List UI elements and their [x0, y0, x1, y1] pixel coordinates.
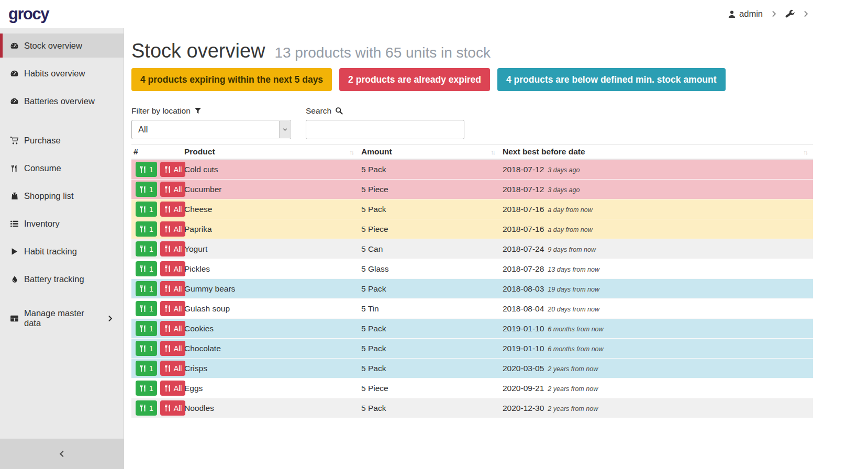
consume-one-button[interactable]: 1	[136, 321, 157, 336]
row-actions: 1All	[131, 281, 182, 296]
stock-table-body: 1AllCold cuts5 Pack2018-07-123 days ago1…	[131, 160, 813, 418]
utensils-icon	[164, 165, 172, 173]
consume-one-button[interactable]: 1	[136, 400, 157, 416]
stock-row-yogurt: 1AllYogurt5 Can2018-07-249 days from now	[131, 239, 813, 259]
row-actions: 1All	[131, 241, 182, 256]
product-name: Crisps	[182, 364, 359, 373]
date-value: 2018-08-04	[503, 304, 544, 314]
grocy-logo[interactable]: grocy	[8, 5, 49, 24]
stock-row-noodles: 1AllNoodles5 Pack2020-12-302 years from …	[131, 398, 813, 418]
utensils-icon	[164, 305, 172, 312]
row-actions: 1All	[131, 321, 182, 336]
consume-one-button[interactable]: 1	[136, 381, 157, 396]
sidebar-item-consume[interactable]: Consume	[0, 156, 124, 180]
row-actions: 1All	[131, 221, 182, 237]
sidebar-item-stock-overview[interactable]: Stock overview	[0, 34, 124, 58]
product-name: Paprika	[182, 225, 359, 234]
chevron-right-icon	[105, 315, 115, 322]
sidebar-item-habit-tracking[interactable]: Habit tracking	[0, 239, 124, 263]
date-value: 2020-09-21	[503, 384, 544, 393]
sidebar-item-manage-master-data[interactable]: Manage master data	[0, 306, 124, 330]
bag-icon	[9, 192, 19, 200]
status-badge[interactable]: 2 products are already expired	[339, 68, 490, 91]
column-header-next-best-before-date[interactable]: Next best before date↑↓	[500, 145, 813, 159]
sidebar-item-battery-tracking[interactable]: Battery tracking	[0, 267, 124, 291]
wrench-icon[interactable]	[785, 9, 795, 19]
utensils-icon	[139, 265, 147, 273]
column-header-product[interactable]: Product↑↓	[182, 145, 359, 159]
consume-one-button[interactable]: 1	[136, 202, 157, 217]
product-amount: 5 Tin	[359, 304, 500, 314]
tachometer-icon	[9, 97, 19, 106]
row-actions: 1All	[131, 162, 182, 177]
product-amount: 5 Piece	[359, 384, 500, 393]
search-input[interactable]	[306, 120, 464, 139]
sort-icon[interactable]: ↑↓	[803, 148, 807, 156]
utensils-icon	[164, 404, 172, 412]
status-badges: 4 products expiring within the next 5 da…	[131, 68, 868, 91]
status-badge[interactable]: 4 products are below defined min. stock …	[497, 68, 726, 91]
consume-one-button[interactable]: 1	[136, 341, 157, 356]
sort-icon[interactable]: ↑↓	[491, 148, 494, 156]
best-before-date: 2020-12-302 years from now	[500, 404, 813, 413]
utensils-icon	[164, 384, 172, 392]
status-badge[interactable]: 4 products expiring within the next 5 da…	[131, 68, 332, 91]
row-actions: 1All	[131, 341, 182, 356]
user-icon	[728, 10, 736, 18]
product-name: Cold cuts	[182, 165, 359, 174]
settings-chevron-right-icon[interactable]	[803, 10, 809, 17]
page-subtitle: 13 products with 65 units in stock	[274, 44, 490, 61]
filter-funnel-icon	[194, 107, 202, 115]
sort-icon[interactable]: ↑↓	[349, 148, 353, 156]
utensils-icon	[164, 245, 172, 253]
consume-one-button[interactable]: 1	[136, 301, 157, 316]
search-control: Search	[306, 106, 464, 139]
consume-one-button[interactable]: 1	[136, 361, 157, 376]
consume-one-button[interactable]: 1	[136, 182, 157, 197]
best-before-date: 2018-07-249 days from now	[500, 244, 813, 254]
sidebar-item-label: Shopping list	[24, 191, 124, 201]
user-menu-chevron-right-icon[interactable]	[771, 10, 777, 17]
product-amount: 5 Pack	[359, 284, 500, 294]
tachometer-icon	[9, 41, 19, 50]
utensils-icon	[164, 364, 172, 372]
consume-one-button[interactable]: 1	[136, 221, 157, 237]
sidebar-item-habits-overview[interactable]: Habits overview	[0, 61, 124, 85]
sidebar-collapse-button[interactable]	[0, 439, 124, 469]
product-name: Gulash soup	[182, 304, 359, 314]
sidebar-item-label: Stock overview	[24, 41, 124, 51]
relative-time: 6 months from now	[548, 345, 603, 353]
sidebar-item-batteries-overview[interactable]: Batteries overview	[0, 89, 124, 113]
consume-one-button[interactable]: 1	[136, 281, 157, 296]
sidebar-item-shopping-list[interactable]: Shopping list	[0, 184, 124, 208]
product-name: Cucumber	[182, 185, 359, 194]
consume-one-button[interactable]: 1	[136, 261, 157, 276]
consume-one-button[interactable]: 1	[136, 162, 157, 177]
consume-one-button[interactable]: 1	[136, 241, 157, 256]
product-amount: 5 Piece	[359, 185, 500, 194]
best-before-date: 2018-07-123 days ago	[500, 165, 813, 174]
user-name: admin	[739, 9, 763, 19]
stock-row-chocolate: 1AllChocolate5 Pack2019-01-106 months fr…	[131, 339, 813, 359]
utensils-icon	[139, 384, 147, 392]
user-menu[interactable]: admin	[728, 9, 763, 19]
table-controls: Filter by location All Search	[131, 106, 868, 139]
sidebar-item-label: Batteries overview	[24, 96, 124, 106]
utensils-icon	[139, 285, 147, 293]
utensils-icon	[139, 185, 147, 193]
column-header-amount[interactable]: Amount↑↓	[359, 145, 500, 159]
date-value: 2018-07-12	[503, 185, 544, 194]
stock-row-cookies: 1AllCookies5 Pack2019-01-106 months from…	[131, 319, 813, 339]
date-value: 2018-07-12	[503, 165, 544, 174]
best-before-date: 2018-07-2813 days from now	[500, 264, 813, 274]
relative-time: 2 years from now	[548, 385, 598, 393]
best-before-date: 2020-03-052 years from now	[500, 364, 813, 373]
sidebar-item-label: Inventory	[24, 219, 124, 229]
location-filter: Filter by location All	[131, 106, 291, 139]
sidebar-item-inventory[interactable]: Inventory	[0, 211, 124, 236]
location-select[interactable]: All	[131, 120, 291, 139]
best-before-date: 2018-08-0319 days from now	[500, 284, 813, 294]
utensils-icon	[139, 344, 147, 352]
sidebar-item-purchase[interactable]: Purchase	[0, 128, 124, 152]
row-actions: 1All	[131, 182, 182, 197]
